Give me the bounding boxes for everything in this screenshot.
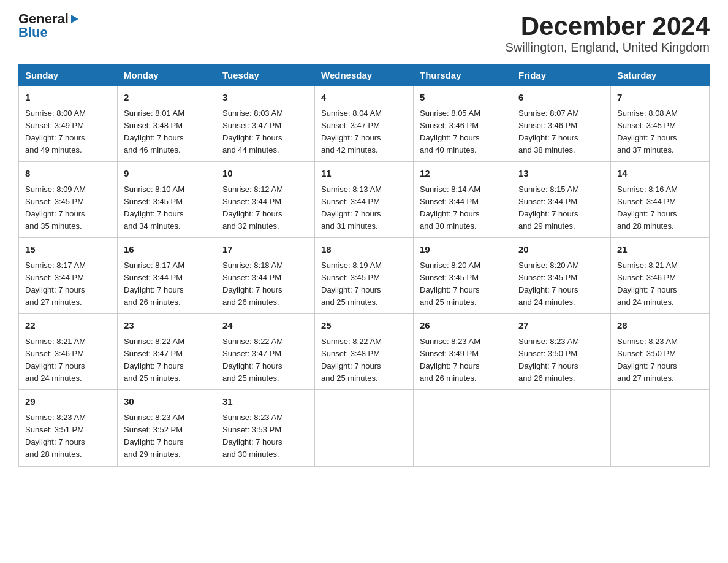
calendar-cell: 8Sunrise: 8:09 AMSunset: 3:45 PMDaylight… [19, 162, 118, 238]
header-cell-friday: Friday [512, 65, 611, 86]
day-info: Sunrise: 8:23 AMSunset: 3:50 PMDaylight:… [617, 335, 703, 385]
day-number: 3 [222, 91, 308, 105]
calendar-cell: 27Sunrise: 8:23 AMSunset: 3:50 PMDayligh… [512, 314, 611, 390]
day-number: 29 [25, 395, 111, 409]
day-info: Sunrise: 8:19 AMSunset: 3:45 PMDaylight:… [321, 259, 407, 309]
calendar-week-3: 15Sunrise: 8:17 AMSunset: 3:44 PMDayligh… [19, 238, 710, 314]
calendar-cell: 7Sunrise: 8:08 AMSunset: 3:45 PMDaylight… [611, 86, 710, 162]
logo-general: General [18, 12, 69, 26]
calendar-cell: 23Sunrise: 8:22 AMSunset: 3:47 PMDayligh… [118, 314, 216, 390]
calendar-cell: 21Sunrise: 8:21 AMSunset: 3:46 PMDayligh… [611, 238, 710, 314]
day-number: 12 [420, 167, 506, 181]
calendar-body: 1Sunrise: 8:00 AMSunset: 3:49 PMDaylight… [19, 86, 710, 466]
day-info: Sunrise: 8:22 AMSunset: 3:48 PMDaylight:… [321, 335, 407, 385]
page-header: General Blue December 2024 Swillington, … [18, 12, 710, 55]
day-info: Sunrise: 8:23 AMSunset: 3:52 PMDaylight:… [124, 412, 210, 461]
calendar-cell: 17Sunrise: 8:18 AMSunset: 3:44 PMDayligh… [216, 238, 315, 314]
day-number: 19 [420, 243, 506, 257]
day-number: 25 [321, 319, 407, 333]
day-number: 7 [617, 91, 703, 105]
calendar-week-5: 29Sunrise: 8:23 AMSunset: 3:51 PMDayligh… [19, 390, 710, 466]
logo-triangle-icon [69, 13, 80, 25]
calendar-cell: 14Sunrise: 8:16 AMSunset: 3:44 PMDayligh… [611, 162, 710, 238]
day-number: 23 [124, 319, 210, 333]
day-info: Sunrise: 8:23 AMSunset: 3:51 PMDaylight:… [25, 412, 111, 461]
day-number: 22 [25, 319, 111, 333]
page-subtitle: Swillington, England, United Kingdom [505, 40, 710, 55]
calendar-cell: 30Sunrise: 8:23 AMSunset: 3:52 PMDayligh… [118, 390, 216, 466]
calendar-cell: 9Sunrise: 8:10 AMSunset: 3:45 PMDaylight… [118, 162, 216, 238]
day-number: 4 [321, 91, 407, 105]
day-number: 27 [518, 319, 604, 333]
header-cell-thursday: Thursday [414, 65, 512, 86]
calendar-table: SundayMondayTuesdayWednesdayThursdayFrid… [18, 64, 710, 466]
day-info: Sunrise: 8:20 AMSunset: 3:45 PMDaylight:… [518, 259, 604, 309]
day-info: Sunrise: 8:23 AMSunset: 3:50 PMDaylight:… [518, 335, 604, 385]
page-title: December 2024 [505, 12, 710, 40]
calendar-cell: 4Sunrise: 8:04 AMSunset: 3:47 PMDaylight… [315, 86, 414, 162]
day-number: 13 [518, 167, 604, 181]
day-number: 1 [25, 91, 111, 105]
svg-marker-0 [71, 15, 78, 23]
calendar-cell: 6Sunrise: 8:07 AMSunset: 3:46 PMDaylight… [512, 86, 611, 162]
logo: General Blue [18, 12, 80, 39]
calendar-cell: 11Sunrise: 8:13 AMSunset: 3:44 PMDayligh… [315, 162, 414, 238]
day-number: 15 [25, 243, 111, 257]
calendar-cell: 15Sunrise: 8:17 AMSunset: 3:44 PMDayligh… [19, 238, 118, 314]
calendar-cell: 22Sunrise: 8:21 AMSunset: 3:46 PMDayligh… [19, 314, 118, 390]
calendar-cell: 25Sunrise: 8:22 AMSunset: 3:48 PMDayligh… [315, 314, 414, 390]
logo-blue: Blue [18, 26, 48, 39]
day-number: 6 [518, 91, 604, 105]
header-cell-saturday: Saturday [611, 65, 710, 86]
day-number: 2 [124, 91, 210, 105]
day-number: 11 [321, 167, 407, 181]
calendar-cell: 10Sunrise: 8:12 AMSunset: 3:44 PMDayligh… [216, 162, 315, 238]
day-info: Sunrise: 8:18 AMSunset: 3:44 PMDaylight:… [222, 259, 308, 309]
day-info: Sunrise: 8:17 AMSunset: 3:44 PMDaylight:… [124, 259, 210, 309]
calendar-cell: 3Sunrise: 8:03 AMSunset: 3:47 PMDaylight… [216, 86, 315, 162]
day-number: 31 [222, 395, 308, 409]
day-info: Sunrise: 8:21 AMSunset: 3:46 PMDaylight:… [617, 259, 703, 309]
day-info: Sunrise: 8:03 AMSunset: 3:47 PMDaylight:… [222, 107, 308, 157]
calendar-cell: 2Sunrise: 8:01 AMSunset: 3:48 PMDaylight… [118, 86, 216, 162]
title-block: December 2024 Swillington, England, Unit… [505, 12, 710, 55]
header-cell-tuesday: Tuesday [216, 65, 315, 86]
calendar-cell [512, 390, 611, 466]
day-info: Sunrise: 8:05 AMSunset: 3:46 PMDaylight:… [420, 107, 506, 157]
day-info: Sunrise: 8:20 AMSunset: 3:45 PMDaylight:… [420, 259, 506, 309]
day-info: Sunrise: 8:09 AMSunset: 3:45 PMDaylight:… [25, 183, 111, 233]
day-number: 5 [420, 91, 506, 105]
day-info: Sunrise: 8:04 AMSunset: 3:47 PMDaylight:… [321, 107, 407, 157]
calendar-cell: 18Sunrise: 8:19 AMSunset: 3:45 PMDayligh… [315, 238, 414, 314]
day-info: Sunrise: 8:16 AMSunset: 3:44 PMDaylight:… [617, 183, 703, 233]
calendar-cell: 5Sunrise: 8:05 AMSunset: 3:46 PMDaylight… [414, 86, 512, 162]
day-number: 16 [124, 243, 210, 257]
header-row: SundayMondayTuesdayWednesdayThursdayFrid… [19, 65, 710, 86]
day-number: 18 [321, 243, 407, 257]
day-info: Sunrise: 8:08 AMSunset: 3:45 PMDaylight:… [617, 107, 703, 157]
calendar-cell [315, 390, 414, 466]
day-number: 28 [617, 319, 703, 333]
day-number: 9 [124, 167, 210, 181]
day-number: 10 [222, 167, 308, 181]
day-number: 24 [222, 319, 308, 333]
header-cell-sunday: Sunday [19, 65, 118, 86]
day-info: Sunrise: 8:12 AMSunset: 3:44 PMDaylight:… [222, 183, 308, 233]
calendar-cell: 12Sunrise: 8:14 AMSunset: 3:44 PMDayligh… [414, 162, 512, 238]
calendar-cell: 16Sunrise: 8:17 AMSunset: 3:44 PMDayligh… [118, 238, 216, 314]
calendar-cell: 1Sunrise: 8:00 AMSunset: 3:49 PMDaylight… [19, 86, 118, 162]
calendar-cell [611, 390, 710, 466]
calendar-week-2: 8Sunrise: 8:09 AMSunset: 3:45 PMDaylight… [19, 162, 710, 238]
day-info: Sunrise: 8:01 AMSunset: 3:48 PMDaylight:… [124, 107, 210, 157]
header-cell-monday: Monday [118, 65, 216, 86]
day-info: Sunrise: 8:15 AMSunset: 3:44 PMDaylight:… [518, 183, 604, 233]
day-number: 21 [617, 243, 703, 257]
calendar-header: SundayMondayTuesdayWednesdayThursdayFrid… [19, 65, 710, 86]
day-info: Sunrise: 8:14 AMSunset: 3:44 PMDaylight:… [420, 183, 506, 233]
day-number: 26 [420, 319, 506, 333]
day-info: Sunrise: 8:00 AMSunset: 3:49 PMDaylight:… [25, 107, 111, 157]
calendar-cell: 24Sunrise: 8:22 AMSunset: 3:47 PMDayligh… [216, 314, 315, 390]
day-info: Sunrise: 8:23 AMSunset: 3:53 PMDaylight:… [222, 412, 308, 461]
calendar-cell: 29Sunrise: 8:23 AMSunset: 3:51 PMDayligh… [19, 390, 118, 466]
calendar-cell: 19Sunrise: 8:20 AMSunset: 3:45 PMDayligh… [414, 238, 512, 314]
